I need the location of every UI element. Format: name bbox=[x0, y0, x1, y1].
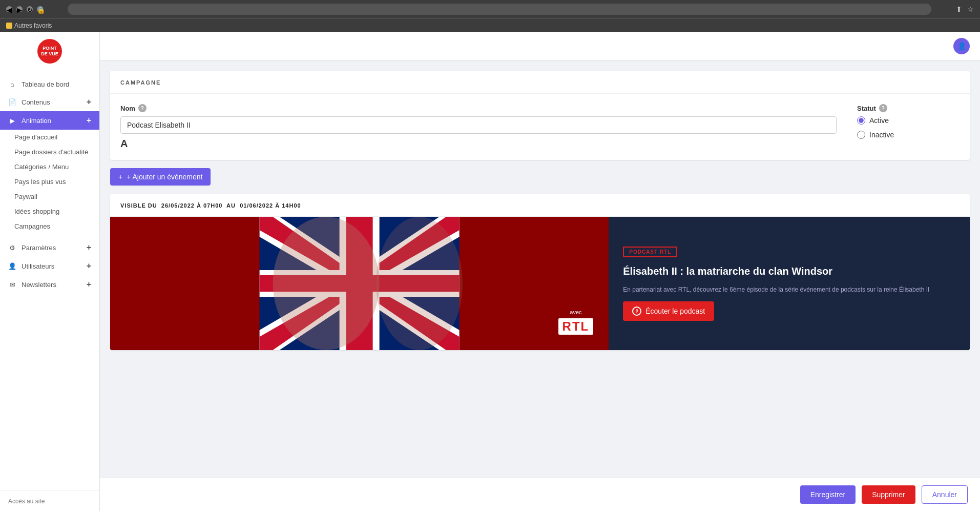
campagne-form-row: Nom ? A Statut ? bbox=[120, 104, 960, 150]
event-date-text: VISIBLE DU 26/05/2022 À 07H00 AU 01/06/2… bbox=[120, 202, 301, 209]
app-container: POINTDE VUE Tableau de bord 📄 Contenus +… bbox=[0, 32, 980, 511]
bookmark-other-favorites[interactable]: Autres favoris bbox=[6, 22, 52, 29]
active-radio[interactable] bbox=[857, 116, 865, 125]
content-area: CAMPAGNE Nom ? A bbox=[100, 60, 980, 478]
statut-group: Statut ? Active Inactive bbox=[857, 104, 960, 145]
sidebar-item-paywall[interactable]: Paywall bbox=[0, 189, 99, 204]
gear-icon: ⚙ bbox=[8, 243, 16, 252]
browser-icons: ⬆ ☆ bbox=[956, 5, 974, 13]
sidebar-item-idees-shopping[interactable]: Idées shopping bbox=[0, 204, 99, 219]
sidebar-item-tableau-de-bord[interactable]: Tableau de bord bbox=[0, 75, 99, 93]
sidebar-footer: Accès au site bbox=[0, 490, 99, 511]
parametres-plus-icon[interactable]: + bbox=[87, 243, 91, 252]
campagne-card-header: CAMPAGNE bbox=[110, 71, 970, 94]
star-icon[interactable]: ☆ bbox=[967, 5, 974, 13]
listen-button[interactable]: 🎙 Écouter le podcast bbox=[623, 301, 714, 321]
sidebar-divider bbox=[0, 236, 99, 236]
sidebar-item-categories-menu[interactable]: Catégories / Menu bbox=[0, 159, 99, 174]
inactive-label: Inactive bbox=[869, 131, 894, 139]
sidebar-item-parametres[interactable]: ⚙ Paramètres + bbox=[0, 238, 99, 257]
sidebar-item-page-accueil[interactable]: Page d'accueil bbox=[0, 130, 99, 145]
home-icon bbox=[8, 80, 16, 88]
newsletters-plus-icon[interactable]: + bbox=[87, 280, 91, 289]
back-button[interactable]: ◀ bbox=[6, 6, 12, 12]
browser-chrome: ◀ ▶ ↻ 🔒 ⬆ ☆ bbox=[0, 0, 980, 18]
page-footer: Enregistrer Supprimer Annuler bbox=[100, 478, 980, 511]
banner-image-side: avec RTL bbox=[110, 217, 609, 350]
podcast-badge: PODCAST RTL bbox=[623, 247, 677, 257]
active-label: Active bbox=[869, 116, 889, 125]
nom-label: Nom ? bbox=[120, 104, 837, 112]
folder-icon bbox=[6, 23, 12, 29]
lock-icon: 🔒 bbox=[37, 6, 43, 12]
play-icon: ▶ bbox=[8, 116, 16, 125]
rtl-with-logo: avec RTL bbox=[558, 309, 594, 335]
nom-input[interactable] bbox=[120, 116, 837, 134]
acces-site-link[interactable]: Accès au site bbox=[8, 498, 45, 505]
delete-button[interactable]: Supprimer bbox=[862, 485, 915, 504]
share-icon[interactable]: ⬆ bbox=[956, 5, 962, 13]
sidebar-item-newsletters[interactable]: ✉ Newsletters + bbox=[0, 275, 99, 294]
plus-icon: + bbox=[118, 173, 122, 181]
uk-flag-svg bbox=[110, 217, 609, 350]
utilisateurs-plus-icon[interactable]: + bbox=[87, 261, 91, 271]
event-preview-banner: avec RTL PODCAST RTL Élisabeth II : la m… bbox=[110, 217, 970, 350]
main-content: 👤 CAMPAGNE Nom ? bbox=[100, 32, 980, 511]
page-header: 👤 bbox=[100, 32, 980, 60]
sidebar-navigation: Tableau de bord 📄 Contenus + ▶ Animation… bbox=[0, 71, 99, 490]
svg-point-7 bbox=[273, 217, 380, 350]
nom-help-icon[interactable]: ? bbox=[138, 104, 147, 112]
contenus-plus-icon[interactable]: + bbox=[87, 97, 91, 107]
bookmarks-bar: Autres favoris bbox=[0, 18, 980, 32]
active-radio-option[interactable]: Active bbox=[857, 116, 960, 125]
rtl-logo: RTL bbox=[558, 318, 594, 335]
nom-group: Nom ? A bbox=[120, 104, 837, 150]
podcast-icon: 🎙 bbox=[632, 306, 641, 316]
user-avatar[interactable]: 👤 bbox=[953, 38, 970, 54]
event-header: VISIBLE DU 26/05/2022 À 07H00 AU 01/06/2… bbox=[110, 194, 970, 217]
mail-icon: ✉ bbox=[8, 280, 16, 289]
svg-point-8 bbox=[376, 217, 463, 350]
address-bar[interactable] bbox=[68, 4, 931, 15]
forward-button[interactable]: ▶ bbox=[16, 6, 23, 12]
event-card: VISIBLE DU 26/05/2022 À 07H00 AU 01/06/2… bbox=[110, 194, 970, 350]
users-icon: 👤 bbox=[8, 262, 16, 270]
save-button[interactable]: Enregistrer bbox=[800, 485, 856, 504]
statut-label: Statut ? bbox=[857, 104, 960, 112]
statut-help-icon[interactable]: ? bbox=[879, 104, 887, 112]
sidebar: POINTDE VUE Tableau de bord 📄 Contenus +… bbox=[0, 32, 100, 511]
sidebar-item-page-dossiers[interactable]: Page dossiers d'actualité bbox=[0, 145, 99, 159]
banner-desc: En partenariat avec RTL, découvrez le 6è… bbox=[623, 285, 955, 294]
reload-button[interactable]: ↻ bbox=[27, 6, 33, 12]
cancel-button[interactable]: Annuler bbox=[922, 485, 968, 504]
logo: POINTDE VUE bbox=[37, 39, 62, 64]
sidebar-item-pays-plus-vus[interactable]: Pays les plus vus bbox=[0, 174, 99, 189]
inactive-radio[interactable] bbox=[857, 131, 865, 139]
sidebar-item-contenus[interactable]: 📄 Contenus + bbox=[0, 93, 99, 111]
campagne-card: CAMPAGNE Nom ? A bbox=[110, 71, 970, 160]
doc-icon: 📄 bbox=[8, 98, 16, 106]
banner-content-side: PODCAST RTL Élisabeth II : la matriarche… bbox=[609, 217, 970, 350]
campagne-card-body: Nom ? A Statut ? bbox=[110, 94, 970, 160]
animation-plus-icon[interactable]: + bbox=[87, 116, 91, 125]
sidebar-item-animation[interactable]: ▶ Animation + bbox=[0, 111, 99, 130]
sidebar-item-campagnes[interactable]: Campagnes bbox=[0, 219, 99, 234]
nom-hint: A bbox=[120, 138, 837, 150]
sidebar-logo: POINTDE VUE bbox=[0, 32, 99, 71]
add-event-button[interactable]: + + Ajouter un événement bbox=[110, 168, 211, 186]
banner-title: Élisabeth II : la matriarche du clan Win… bbox=[623, 264, 955, 278]
inactive-radio-option[interactable]: Inactive bbox=[857, 131, 960, 139]
sidebar-item-utilisateurs[interactable]: 👤 Utilisateurs + bbox=[0, 257, 99, 275]
